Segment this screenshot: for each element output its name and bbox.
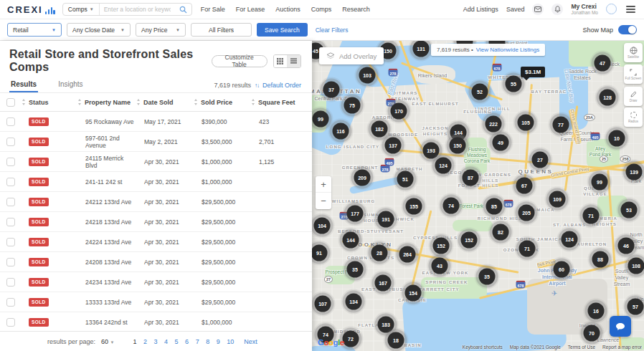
map-marker[interactable]: 108 xyxy=(628,258,644,274)
map-marker[interactable]: 177 xyxy=(347,206,364,222)
table-row[interactable]: SOLD24208 133rd AveApr 30, 2021$29,500,0… xyxy=(0,252,312,272)
column-header-square-feet[interactable]: Square Feet xyxy=(251,99,312,106)
nav-link-for-sale[interactable]: For Sale xyxy=(201,6,225,13)
all-filters-button[interactable]: All Filters xyxy=(191,23,252,37)
map-marker[interactable]: 37 xyxy=(323,82,340,98)
map-marker[interactable]: 49 xyxy=(493,135,509,151)
nav-link-auctions[interactable]: Auctions xyxy=(275,6,300,13)
map-marker[interactable]: 71 xyxy=(519,241,536,257)
map-marker[interactable]: 183 xyxy=(378,317,394,333)
add-listings-link[interactable]: Add Listings xyxy=(463,6,498,13)
map-marker[interactable]: 182 xyxy=(371,121,388,138)
table-row[interactable]: SOLD13333 133rd AveApr 30, 2021$29,500,0… xyxy=(0,292,312,312)
table-row[interactable]: SOLD241-11 242 stApr 30, 2021$1,000,000 xyxy=(0,172,312,192)
attribution-item[interactable]: Keyboard shortcuts xyxy=(463,345,503,350)
map-marker[interactable]: 35 xyxy=(347,261,364,278)
grid-view-button[interactable] xyxy=(274,55,288,67)
map-marker[interactable]: 71 xyxy=(583,208,600,224)
per-page-select[interactable]: 60 ▼ xyxy=(101,338,114,345)
map-marker[interactable]: 67 xyxy=(516,178,533,194)
map-marker[interactable]: 105 xyxy=(518,115,534,131)
column-header-sold-price[interactable]: Sold Price xyxy=(194,99,251,106)
row-checkbox[interactable] xyxy=(6,117,15,126)
map-marker[interactable]: 209 xyxy=(354,170,371,186)
column-header-status[interactable]: Status xyxy=(22,99,77,106)
map-marker[interactable]: 75 xyxy=(344,97,361,114)
page-link-7[interactable]: 7 xyxy=(196,338,199,345)
map-marker[interactable]: 144 xyxy=(343,232,359,249)
map-marker[interactable]: 70 xyxy=(584,325,600,342)
map-marker[interactable]: 137 xyxy=(385,138,402,154)
messages-button[interactable] xyxy=(532,4,544,15)
map-marker[interactable]: 87 xyxy=(463,170,479,186)
page-link-6[interactable]: 6 xyxy=(185,338,189,345)
map-marker[interactable]: 131 xyxy=(413,41,430,57)
zoom-out-button[interactable]: − xyxy=(316,193,331,209)
default-order-link[interactable]: Default Order xyxy=(262,82,301,89)
map-marker[interactable]: 46 xyxy=(618,238,635,254)
row-checkbox[interactable] xyxy=(6,278,15,287)
map-marker[interactable]: 124 xyxy=(562,231,578,248)
map-marker[interactable]: 222 xyxy=(486,116,502,133)
map-marker[interactable]: 18 xyxy=(388,332,404,349)
map-marker[interactable]: 167 xyxy=(375,275,392,292)
map-marker[interactable]: 116 xyxy=(333,123,349,140)
table-row[interactable]: SOLD24212 133rd AveApr 30, 2021$29,500,0… xyxy=(0,192,312,212)
table-row[interactable]: SOLD13364 242nd stApr 30, 2021$1,000,000 xyxy=(0,312,312,332)
row-checkbox[interactable] xyxy=(6,318,15,327)
page-link-9[interactable]: 9 xyxy=(217,338,220,345)
satellite-button[interactable]: Satellite xyxy=(624,43,643,62)
map-marker[interactable]: 74 xyxy=(443,198,460,214)
search-category-dropdown[interactable]: Comps ▼ xyxy=(63,4,100,15)
add-overlay-button[interactable]: Add Overlay xyxy=(319,47,384,64)
next-page-link[interactable]: Next xyxy=(244,338,257,345)
row-checkbox[interactable] xyxy=(6,218,15,226)
nav-link-comps[interactable]: Comps xyxy=(311,6,332,13)
map-marker[interactable]: 152 xyxy=(433,238,450,254)
map-marker[interactable]: 139 xyxy=(626,164,643,181)
map-marker[interactable]: 72 xyxy=(343,331,359,347)
map-marker[interactable]: 60 xyxy=(554,261,570,278)
map-marker[interactable]: 52 xyxy=(472,84,488,100)
map-marker[interactable]: 16 xyxy=(588,303,605,319)
customize-table-button[interactable]: Customize Table xyxy=(212,55,267,67)
map-marker[interactable]: 53 xyxy=(621,202,638,218)
map-marker[interactable]: 134 xyxy=(346,294,362,310)
row-checkbox[interactable] xyxy=(6,178,15,186)
account-menu[interactable]: My Crexi Jonathan Mo xyxy=(571,4,598,15)
map-marker[interactable]: 85 xyxy=(486,198,503,215)
map-marker[interactable]: 51 xyxy=(397,171,414,188)
map-marker[interactable]: 107 xyxy=(315,296,331,312)
radius-button[interactable]: Radius xyxy=(624,107,643,127)
table-row[interactable]: SOLD24224 133rd AveApr 30, 2021$29,500,0… xyxy=(0,232,312,252)
map-marker[interactable]: 99 xyxy=(592,174,608,191)
table-row[interactable]: SOLD24115 Merrick BlvdApr 30, 2021$1,000… xyxy=(0,152,312,172)
notifications-button[interactable] xyxy=(551,4,563,15)
attribution-item[interactable]: Terms of Use xyxy=(568,345,595,350)
map-marker[interactable]: 99 xyxy=(313,111,329,128)
row-checkbox[interactable] xyxy=(6,158,15,166)
page-link-3[interactable]: 3 xyxy=(154,338,158,345)
table-row[interactable]: SOLD24234 133rd AveApr 30, 2021$29,500,0… xyxy=(0,272,312,292)
search-icon[interactable] xyxy=(175,6,191,14)
fullscreen-button[interactable]: Full Screen xyxy=(624,64,643,84)
tab-insights[interactable]: Insights xyxy=(57,80,84,92)
map-marker[interactable]: 82 xyxy=(493,224,509,241)
map-marker[interactable]: 27 xyxy=(532,152,549,168)
map-marker[interactable]: 193 xyxy=(423,143,440,159)
page-link-4[interactable]: 4 xyxy=(164,338,168,345)
menu-icon[interactable] xyxy=(625,4,637,14)
row-checkbox[interactable] xyxy=(6,238,15,246)
list-view-button[interactable] xyxy=(287,55,300,67)
crexi-logo[interactable]: CREXI xyxy=(7,4,55,15)
saved-link[interactable]: Saved xyxy=(506,6,525,13)
map-marker[interactable]: 205 xyxy=(518,205,535,221)
page-link-2[interactable]: 2 xyxy=(143,338,147,345)
map-marker[interactable]: 128 xyxy=(600,90,616,106)
table-row[interactable]: SOLD24218 133rd AveApr 30, 2021$29,500,0… xyxy=(0,212,312,232)
nav-link-research[interactable]: Research xyxy=(342,6,370,13)
map-marker[interactable]: 10 xyxy=(609,130,625,147)
row-checkbox[interactable] xyxy=(6,298,15,307)
map-marker[interactable]: 170 xyxy=(391,103,407,120)
attribution-item[interactable]: Map data ©2021 Google xyxy=(510,345,561,350)
